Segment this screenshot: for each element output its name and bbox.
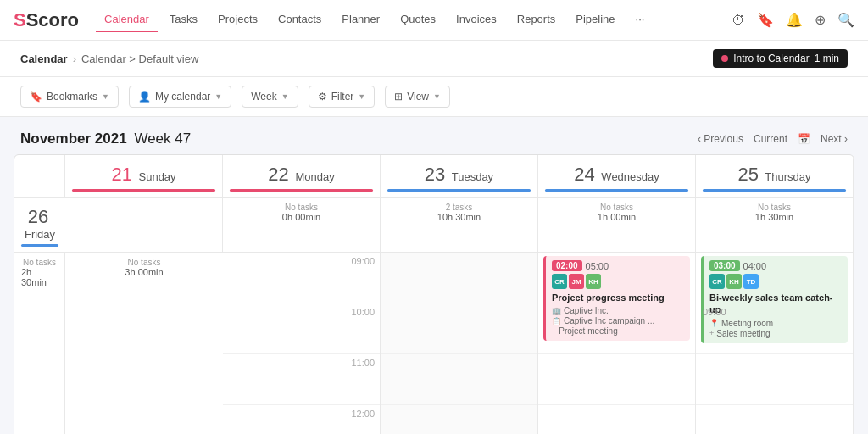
- day-header-wednesday: 24 Wednesday: [538, 155, 696, 198]
- nav-tasks[interactable]: Tasks: [161, 8, 206, 32]
- bookmark-icon: 🔖: [30, 91, 42, 103]
- nav-contacts[interactable]: Contacts: [270, 8, 330, 32]
- plus-icon[interactable]: ⊕: [815, 12, 826, 28]
- tasks-friday: No tasks 3h 00min: [65, 253, 223, 434]
- next-button[interactable]: Next ›: [821, 133, 848, 145]
- timer-icon[interactable]: ⏱: [732, 13, 745, 28]
- detail-text-2: Captive Inc campaign ...: [564, 316, 654, 326]
- tuesday-slot-10: [696, 354, 853, 405]
- calendar-icon: 👤: [138, 91, 151, 103]
- search-icon[interactable]: 🔍: [837, 12, 854, 28]
- bell-icon[interactable]: 🔔: [786, 12, 803, 28]
- tuesday-slot-11: [696, 405, 853, 434]
- day-number-25: 25: [737, 164, 758, 186]
- monday-slot-12: [538, 405, 695, 434]
- calendar-icon2[interactable]: 📅: [798, 133, 810, 145]
- nav-invoices[interactable]: Invoices: [448, 8, 505, 32]
- day-number-24: 24: [574, 164, 594, 186]
- caret-icon3: ▼: [281, 92, 289, 101]
- day-name-wednesday: Wednesday: [601, 170, 659, 183]
- bookmarks-button[interactable]: 🔖 Bookmarks ▼: [20, 86, 119, 108]
- time-slot-12: 12:00: [223, 405, 380, 434]
- current-button[interactable]: Current: [754, 133, 787, 145]
- breadcrumb-path: Calendar > Default view: [81, 53, 198, 65]
- time-slot-11: 11:00: [223, 354, 380, 405]
- nav-calendar[interactable]: Calendar: [96, 8, 158, 32]
- day-indicator-monday: [230, 189, 373, 192]
- week-header: November 2021 Week 47 ‹ Previous Current…: [0, 117, 868, 154]
- filter-icon: ⚙: [318, 91, 327, 103]
- plus-icon2: +: [552, 327, 556, 336]
- nav-pipeline[interactable]: Pipeline: [567, 8, 623, 32]
- tasks-label-friday: No tasks: [128, 258, 161, 267]
- nav-quotes[interactable]: Quotes: [392, 8, 444, 32]
- monday-slot-11: [538, 354, 695, 405]
- avatar-jm: JM: [569, 274, 584, 289]
- doc-icon: 📋: [552, 317, 561, 326]
- avatar-cr: CR: [552, 274, 567, 289]
- detail-text-3: Project meeting: [559, 326, 617, 336]
- tasks-monday: 2 tasks 10h 30min: [381, 198, 538, 253]
- nav-more[interactable]: ···: [627, 8, 654, 32]
- intro-link[interactable]: Intro to Calendar 1 min: [713, 49, 848, 68]
- tasks-label-sunday: No tasks: [285, 203, 318, 212]
- day-number-26: 26: [28, 206, 48, 228]
- prev-button[interactable]: ‹ Previous: [698, 133, 743, 145]
- bookmark-icon[interactable]: 🔖: [757, 12, 774, 28]
- time-slot-10: 10:00: [223, 303, 380, 354]
- detail-text-1: Captive Inc.: [564, 306, 609, 315]
- time-column: 09:00 10:00 11:00 12:00: [223, 253, 381, 434]
- nav-planner[interactable]: Planner: [333, 8, 388, 32]
- nav-reports[interactable]: Reports: [509, 8, 565, 32]
- intro-duration: 1 min: [815, 53, 839, 64]
- day-col-tuesday: 03:00 04:00 CR KH TD Bi-weekly sales tea…: [696, 253, 854, 434]
- intro-text: Intro to Calendar: [733, 53, 809, 64]
- event-start-badge: 02:00: [552, 260, 582, 271]
- event-avatars: CR JM KH: [552, 274, 684, 289]
- tasks-thursday: No tasks 2h 30min: [14, 253, 65, 434]
- my-calendar-button[interactable]: 👤 My calendar ▼: [129, 86, 231, 108]
- time-col-tasks: [65, 198, 223, 253]
- day-name-tuesday: Tuesday: [452, 170, 493, 183]
- time-slot-09: 09:00: [223, 253, 380, 303]
- breadcrumb-sep: ›: [73, 53, 76, 65]
- tasks-time-monday: 10h 30min: [437, 212, 481, 222]
- sunday-slot-12: [381, 405, 537, 434]
- day-number-21: 21: [111, 164, 131, 186]
- tasks-wednesday: No tasks 1h 30min: [696, 198, 854, 253]
- view-button[interactable]: ⊞ View ▼: [385, 86, 450, 108]
- filter-label: Filter: [331, 91, 354, 103]
- breadcrumb-bar: Calendar › Calendar > Default view Intro…: [0, 41, 868, 77]
- sunday-slot-11: [381, 354, 537, 405]
- caret-icon: ▼: [102, 92, 109, 101]
- tasks-time-wednesday: 1h 30min: [755, 212, 793, 222]
- filter-button[interactable]: ⚙ Filter ▼: [309, 86, 376, 108]
- week-button[interactable]: Week ▼: [242, 86, 298, 108]
- calendar-grid: 21 Sunday 22 Monday 23 Tuesday 24: [14, 154, 854, 434]
- day-indicator-thursday: [703, 189, 846, 192]
- monday-slot-09: 02:00 05:00 CR JM KH Project progress me…: [538, 253, 695, 303]
- app-logo[interactable]: SScoro: [14, 9, 79, 31]
- tasks-label-thursday: No tasks: [23, 258, 56, 267]
- breadcrumb-home[interactable]: Calendar: [20, 53, 68, 65]
- caret-icon4: ▼: [358, 92, 365, 101]
- nav-projects[interactable]: Projects: [209, 8, 266, 32]
- nav-icons: ⏱ 🔖 🔔 ⊕ 🔍: [732, 12, 854, 28]
- view-label: View: [407, 91, 429, 103]
- day-name-thursday: Thursday: [765, 170, 810, 183]
- bookmarks-label: Bookmarks: [47, 91, 97, 103]
- event-time-row-tue: 03:00 04:00: [709, 260, 842, 271]
- intro-dot: [721, 55, 728, 62]
- tasks-label-monday: 2 tasks: [446, 203, 473, 212]
- plus-icon-tue: +: [709, 329, 714, 337]
- time-col-header: [14, 155, 65, 198]
- day-name-friday: Friday: [25, 228, 55, 241]
- event-time-row: 02:00 05:00: [552, 260, 684, 271]
- tasks-tuesday: No tasks 1h 00min: [538, 198, 696, 253]
- caret-icon5: ▼: [433, 92, 441, 101]
- day-col-sunday: [381, 253, 538, 434]
- week-num: Week 47: [134, 131, 191, 147]
- event-title: Project progress meeting: [552, 292, 684, 303]
- tasks-sunday: No tasks 0h 00min: [223, 198, 381, 253]
- my-calendar-label: My calendar: [155, 91, 210, 103]
